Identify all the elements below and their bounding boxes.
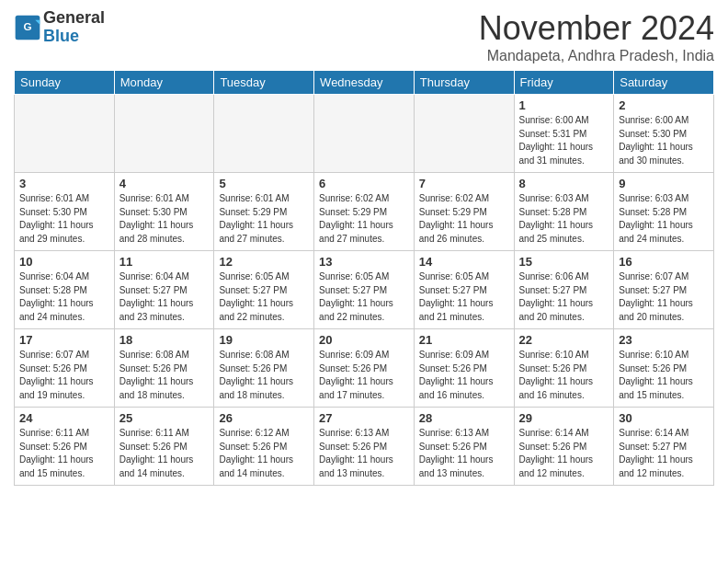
day-number: 14 xyxy=(419,255,509,269)
day-number: 5 xyxy=(219,177,309,190)
day-number: 16 xyxy=(619,255,709,269)
day-info: Sunrise: 6:00 AM Sunset: 5:31 PM Dayligh… xyxy=(519,114,609,167)
calendar-cell: 24Sunrise: 6:11 AM Sunset: 5:26 PM Dayli… xyxy=(15,408,115,486)
day-info: Sunrise: 6:10 AM Sunset: 5:26 PM Dayligh… xyxy=(619,349,709,402)
calendar-cell: 22Sunrise: 6:10 AM Sunset: 5:26 PM Dayli… xyxy=(514,329,614,408)
day-number: 15 xyxy=(519,255,609,269)
calendar-cell: 6Sunrise: 6:02 AM Sunset: 5:29 PM Daylig… xyxy=(314,173,415,251)
calendar-cell: 29Sunrise: 6:14 AM Sunset: 5:26 PM Dayli… xyxy=(514,408,614,486)
logo: G General Blue xyxy=(14,9,105,46)
day-number: 1 xyxy=(519,98,609,112)
day-number: 20 xyxy=(319,333,409,347)
day-header-friday: Friday xyxy=(514,71,614,95)
day-header-wednesday: Wednesday xyxy=(314,71,415,95)
calendar-cell: 4Sunrise: 6:01 AM Sunset: 5:30 PM Daylig… xyxy=(114,173,214,251)
location: Mandapeta, Andhra Pradesh, India xyxy=(479,48,714,64)
day-info: Sunrise: 6:02 AM Sunset: 5:29 PM Dayligh… xyxy=(419,192,509,246)
calendar-cell: 14Sunrise: 6:05 AM Sunset: 5:27 PM Dayli… xyxy=(414,251,514,329)
calendar-cell: 28Sunrise: 6:13 AM Sunset: 5:26 PM Dayli… xyxy=(414,408,514,486)
calendar-cell: 3Sunrise: 6:01 AM Sunset: 5:30 PM Daylig… xyxy=(15,173,115,251)
day-number: 24 xyxy=(19,411,109,425)
calendar-cell xyxy=(314,95,415,173)
month-title: November 2024 xyxy=(479,9,714,48)
calendar-cell: 11Sunrise: 6:04 AM Sunset: 5:27 PM Dayli… xyxy=(114,251,214,329)
calendar-cell: 16Sunrise: 6:07 AM Sunset: 5:27 PM Dayli… xyxy=(614,251,714,329)
day-number: 8 xyxy=(519,177,609,190)
day-number: 30 xyxy=(619,411,709,425)
day-number: 19 xyxy=(219,333,309,347)
day-number: 7 xyxy=(419,177,509,190)
week-row-1: 1Sunrise: 6:00 AM Sunset: 5:31 PM Daylig… xyxy=(15,95,714,173)
day-header-sunday: Sunday xyxy=(15,71,115,95)
day-number: 11 xyxy=(119,255,210,269)
calendar-cell: 20Sunrise: 6:09 AM Sunset: 5:26 PM Dayli… xyxy=(314,329,415,408)
day-number: 29 xyxy=(519,411,609,425)
day-info: Sunrise: 6:05 AM Sunset: 5:27 PM Dayligh… xyxy=(319,270,409,324)
day-info: Sunrise: 6:08 AM Sunset: 5:26 PM Dayligh… xyxy=(219,349,309,402)
day-info: Sunrise: 6:13 AM Sunset: 5:26 PM Dayligh… xyxy=(319,427,409,480)
day-number: 4 xyxy=(119,177,210,190)
day-number: 10 xyxy=(19,255,109,269)
day-number: 26 xyxy=(219,411,309,425)
day-number: 28 xyxy=(419,411,509,425)
logo-text: General Blue xyxy=(43,9,105,46)
day-info: Sunrise: 6:01 AM Sunset: 5:30 PM Dayligh… xyxy=(119,192,210,246)
title-block: November 2024 Mandapeta, Andhra Pradesh,… xyxy=(479,9,714,64)
calendar-cell: 18Sunrise: 6:08 AM Sunset: 5:26 PM Dayli… xyxy=(114,329,214,408)
day-info: Sunrise: 6:13 AM Sunset: 5:26 PM Dayligh… xyxy=(419,427,509,480)
calendar-page: G General Blue November 2024 Mandapeta, … xyxy=(0,0,728,495)
day-info: Sunrise: 6:02 AM Sunset: 5:29 PM Dayligh… xyxy=(319,192,409,246)
day-info: Sunrise: 6:05 AM Sunset: 5:27 PM Dayligh… xyxy=(419,270,509,324)
calendar-cell xyxy=(214,95,314,173)
day-number: 6 xyxy=(319,177,409,190)
day-info: Sunrise: 6:05 AM Sunset: 5:27 PM Dayligh… xyxy=(219,270,309,324)
calendar-cell: 2Sunrise: 6:00 AM Sunset: 5:30 PM Daylig… xyxy=(614,95,714,173)
logo-icon: G xyxy=(14,14,41,41)
calendar-cell: 17Sunrise: 6:07 AM Sunset: 5:26 PM Dayli… xyxy=(15,329,115,408)
day-header-saturday: Saturday xyxy=(614,71,714,95)
calendar-table: SundayMondayTuesdayWednesdayThursdayFrid… xyxy=(14,70,714,486)
day-number: 18 xyxy=(119,333,210,347)
calendar-cell: 26Sunrise: 6:12 AM Sunset: 5:26 PM Dayli… xyxy=(214,408,314,486)
week-row-3: 10Sunrise: 6:04 AM Sunset: 5:28 PM Dayli… xyxy=(15,251,714,329)
day-number: 17 xyxy=(19,333,109,347)
day-number: 3 xyxy=(19,177,109,190)
day-header-thursday: Thursday xyxy=(414,71,514,95)
day-info: Sunrise: 6:14 AM Sunset: 5:26 PM Dayligh… xyxy=(519,427,609,480)
day-info: Sunrise: 6:01 AM Sunset: 5:29 PM Dayligh… xyxy=(219,192,309,246)
day-info: Sunrise: 6:12 AM Sunset: 5:26 PM Dayligh… xyxy=(219,427,309,480)
day-info: Sunrise: 6:04 AM Sunset: 5:27 PM Dayligh… xyxy=(119,270,210,324)
calendar-cell: 21Sunrise: 6:09 AM Sunset: 5:26 PM Dayli… xyxy=(414,329,514,408)
calendar-cell xyxy=(15,95,115,173)
day-info: Sunrise: 6:06 AM Sunset: 5:27 PM Dayligh… xyxy=(519,270,609,324)
day-number: 23 xyxy=(619,333,709,347)
day-number: 12 xyxy=(219,255,309,269)
calendar-cell: 5Sunrise: 6:01 AM Sunset: 5:29 PM Daylig… xyxy=(214,173,314,251)
day-info: Sunrise: 6:14 AM Sunset: 5:27 PM Dayligh… xyxy=(619,427,709,480)
calendar-cell: 25Sunrise: 6:11 AM Sunset: 5:26 PM Dayli… xyxy=(114,408,214,486)
logo-general: General xyxy=(43,9,105,28)
day-info: Sunrise: 6:09 AM Sunset: 5:26 PM Dayligh… xyxy=(319,349,409,402)
day-info: Sunrise: 6:08 AM Sunset: 5:26 PM Dayligh… xyxy=(119,349,210,402)
calendar-cell: 30Sunrise: 6:14 AM Sunset: 5:27 PM Dayli… xyxy=(614,408,714,486)
calendar-cell: 10Sunrise: 6:04 AM Sunset: 5:28 PM Dayli… xyxy=(15,251,115,329)
day-number: 27 xyxy=(319,411,409,425)
calendar-cell: 12Sunrise: 6:05 AM Sunset: 5:27 PM Dayli… xyxy=(214,251,314,329)
day-info: Sunrise: 6:11 AM Sunset: 5:26 PM Dayligh… xyxy=(19,427,109,480)
week-row-4: 17Sunrise: 6:07 AM Sunset: 5:26 PM Dayli… xyxy=(15,329,714,408)
calendar-cell: 13Sunrise: 6:05 AM Sunset: 5:27 PM Dayli… xyxy=(314,251,415,329)
header: G General Blue November 2024 Mandapeta, … xyxy=(14,9,714,64)
day-header-monday: Monday xyxy=(114,71,214,95)
day-header-tuesday: Tuesday xyxy=(214,71,314,95)
svg-text:G: G xyxy=(23,20,31,32)
logo-blue: Blue xyxy=(43,28,105,46)
day-info: Sunrise: 6:11 AM Sunset: 5:26 PM Dayligh… xyxy=(119,427,210,480)
day-info: Sunrise: 6:10 AM Sunset: 5:26 PM Dayligh… xyxy=(519,349,609,402)
day-info: Sunrise: 6:07 AM Sunset: 5:26 PM Dayligh… xyxy=(19,349,109,402)
days-header-row: SundayMondayTuesdayWednesdayThursdayFrid… xyxy=(15,71,714,95)
day-info: Sunrise: 6:07 AM Sunset: 5:27 PM Dayligh… xyxy=(619,270,709,324)
day-info: Sunrise: 6:03 AM Sunset: 5:28 PM Dayligh… xyxy=(619,192,709,246)
day-info: Sunrise: 6:03 AM Sunset: 5:28 PM Dayligh… xyxy=(519,192,609,246)
day-number: 9 xyxy=(619,177,709,190)
week-row-2: 3Sunrise: 6:01 AM Sunset: 5:30 PM Daylig… xyxy=(15,173,714,251)
